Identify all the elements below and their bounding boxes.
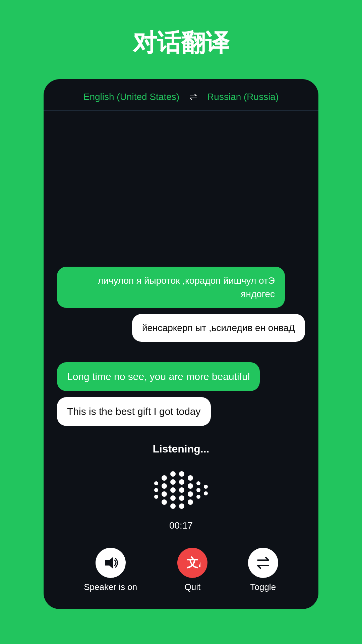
dot	[204, 491, 208, 495]
dot	[204, 485, 208, 489]
dot	[162, 475, 167, 481]
quit-icon-circle: 文A	[177, 548, 207, 578]
listening-status: Listening...	[153, 443, 209, 455]
waveform	[154, 463, 208, 517]
wave-col-1	[154, 481, 158, 499]
svg-marker-0	[105, 557, 113, 569]
dot	[188, 475, 193, 481]
speaker-button[interactable]: Speaker is on	[84, 548, 137, 592]
wave-col-5	[188, 475, 193, 505]
dot	[162, 483, 167, 489]
dot	[154, 495, 158, 499]
toggle-icon-circle	[248, 548, 278, 578]
listening-section: Listening...	[44, 436, 318, 541]
wave-col-2	[162, 475, 167, 505]
quit-button[interactable]: 文A Quit	[177, 548, 207, 592]
swap-icon[interactable]: ⇌	[189, 91, 197, 102]
dot	[179, 503, 184, 509]
dot	[179, 495, 184, 501]
source-language[interactable]: English (United States)	[83, 92, 179, 102]
dot	[170, 487, 176, 493]
wave-col-3	[170, 471, 176, 509]
dot	[170, 495, 176, 501]
chat-area-bottom: Long time no see, you are more beautiful…	[44, 352, 318, 436]
chat-bubble-russian-2: Давно не виделись, ты прекрасней	[132, 314, 305, 342]
dot	[154, 481, 158, 485]
dot	[162, 499, 167, 505]
translate-icon: 文A	[184, 555, 200, 571]
dot	[196, 481, 200, 485]
dot	[196, 495, 200, 499]
timer: 00:17	[169, 520, 193, 531]
chat-bubble-english-1: Long time no see, you are more beautiful	[57, 362, 260, 391]
speaker-label: Speaker is on	[84, 582, 137, 592]
dot	[188, 483, 193, 489]
svg-text:文A: 文A	[186, 556, 200, 570]
dot	[179, 479, 184, 485]
chat-area-top: Это лучший подарок, который я получил се…	[44, 111, 318, 352]
language-bar: English (United States) ⇌ Russian (Russi…	[44, 79, 318, 111]
speaker-icon	[103, 555, 119, 571]
chat-bubble-english-2: This is the best gift I got today	[57, 397, 211, 426]
wave-col-4	[179, 471, 184, 509]
phone-card: English (United States) ⇌ Russian (Russi…	[44, 79, 318, 609]
speaker-icon-circle	[96, 548, 126, 578]
dot	[179, 471, 184, 477]
toggle-icon	[255, 555, 271, 571]
bottom-controls: Speaker is on 文A Quit Toggle	[44, 541, 318, 609]
target-language[interactable]: Russian (Russia)	[207, 92, 279, 102]
quit-label: Quit	[185, 582, 201, 592]
dot	[179, 487, 184, 493]
wave-col-6	[196, 481, 200, 499]
dot	[154, 488, 158, 492]
toggle-button[interactable]: Toggle	[248, 548, 278, 592]
dot	[170, 503, 176, 509]
dot	[170, 471, 176, 477]
dot	[170, 479, 176, 485]
dot	[188, 491, 193, 497]
chat-bubble-russian-1: Это лучший подарок, который я получил се…	[57, 267, 285, 308]
toggle-label: Toggle	[250, 582, 276, 592]
dot	[162, 491, 167, 497]
wave-col-7	[204, 485, 208, 495]
dot	[196, 488, 200, 492]
app-title: 对话翻译	[133, 27, 229, 59]
dot	[188, 499, 193, 505]
